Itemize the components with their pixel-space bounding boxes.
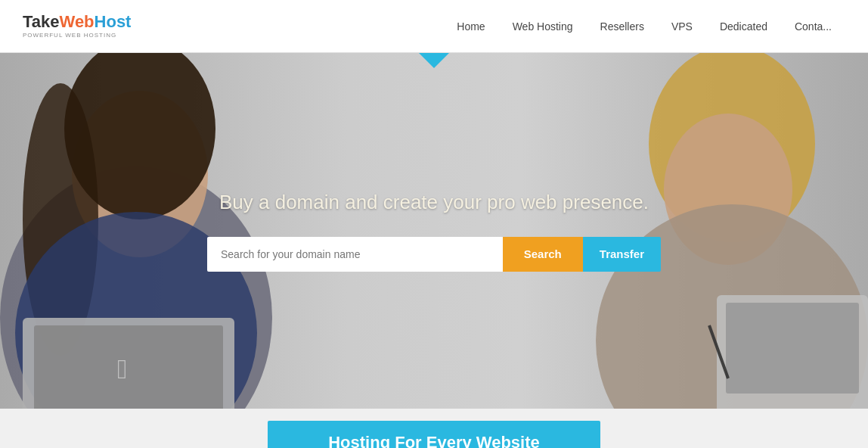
logo-host: Host bbox=[95, 12, 132, 31]
logo-text: TakeWebHost bbox=[23, 14, 131, 30]
hero-banner:  Buy a domain and create your pro web p… bbox=[0, 53, 868, 409]
nav-home[interactable]: Home bbox=[443, 0, 498, 53]
domain-search-input[interactable] bbox=[207, 237, 503, 272]
transfer-button[interactable]: Transfer bbox=[583, 237, 661, 272]
hosting-cta-button[interactable]: Hosting For Every Website bbox=[268, 421, 600, 448]
nav-resellers[interactable]: Resellers bbox=[587, 0, 658, 53]
hero-title: Buy a domain and create your pro web pre… bbox=[219, 191, 649, 214]
domain-search-bar: Search Transfer bbox=[207, 237, 661, 272]
hero-content: Buy a domain and create your pro web pre… bbox=[0, 53, 868, 409]
nav-web-hosting[interactable]: Web Hosting bbox=[499, 0, 587, 53]
logo-tagline: Powerful Web Hosting bbox=[23, 32, 116, 39]
header: TakeWebHost Powerful Web Hosting Home We… bbox=[0, 0, 868, 53]
nav-contact[interactable]: Conta... bbox=[781, 0, 845, 53]
logo-take: Take bbox=[23, 12, 60, 31]
cta-section: Hosting For Every Website bbox=[0, 409, 868, 448]
nav-dedicated[interactable]: Dedicated bbox=[706, 0, 781, 53]
logo-web: Web bbox=[60, 12, 95, 31]
logo[interactable]: TakeWebHost Powerful Web Hosting bbox=[23, 14, 131, 39]
search-button[interactable]: Search bbox=[503, 237, 583, 272]
navigation: Home Web Hosting Resellers VPS Dedicated… bbox=[443, 0, 845, 53]
nav-vps[interactable]: VPS bbox=[658, 0, 706, 53]
